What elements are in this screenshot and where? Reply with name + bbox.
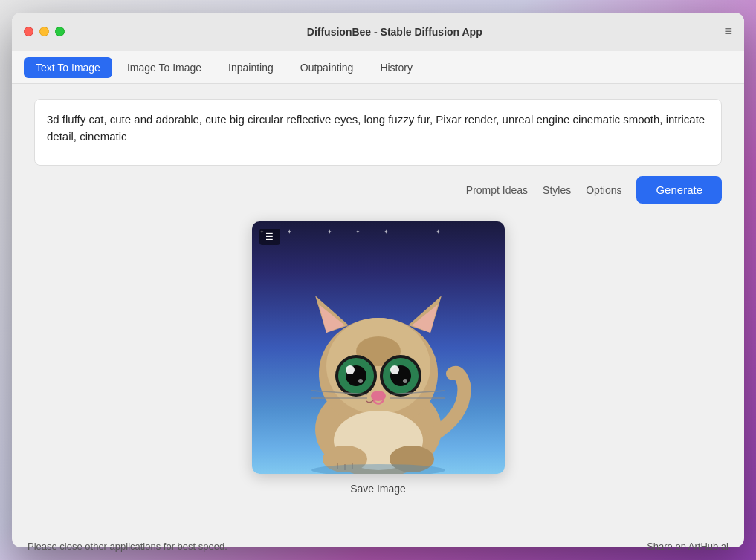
svg-point-17	[403, 379, 407, 383]
status-left-message: Please close other applications for best…	[28, 541, 227, 552]
minimize-button[interactable]	[39, 27, 49, 36]
tab-image-to-image[interactable]: Image To Image	[115, 57, 213, 78]
svg-point-15	[390, 365, 399, 374]
nav-tabs: Text To Image Image To Image Inpainting …	[12, 51, 744, 84]
app-window: DiffusionBee - Stable Diffusion App ≡ Te…	[12, 13, 744, 547]
options-link[interactable]: Options	[586, 184, 621, 196]
main-content: Prompt Ideas Styles Options Generate ☰	[12, 84, 744, 547]
tab-outpainting[interactable]: Outpainting	[288, 57, 366, 78]
tab-history[interactable]: History	[368, 57, 424, 78]
svg-point-18	[371, 391, 386, 401]
close-button[interactable]	[24, 27, 33, 36]
prompt-input[interactable]	[34, 99, 722, 166]
tab-text-to-image[interactable]: Text To Image	[24, 57, 112, 78]
prompt-ideas-link[interactable]: Prompt Ideas	[466, 184, 528, 196]
maximize-button[interactable]	[55, 27, 65, 36]
titlebar: DiffusionBee - Stable Diffusion App ≡	[12, 13, 744, 51]
generated-image-container: ☰	[252, 221, 505, 474]
generated-image	[252, 221, 505, 474]
save-image-label[interactable]: Save Image	[350, 483, 406, 495]
tab-inpainting[interactable]: Inpainting	[216, 57, 285, 78]
image-menu-button[interactable]: ☰	[259, 229, 280, 245]
svg-point-16	[358, 379, 363, 383]
share-link[interactable]: Share on ArtHub.ai	[647, 541, 728, 552]
svg-point-14	[346, 365, 355, 374]
status-bar: Please close other applications for best…	[13, 532, 743, 560]
app-title: DiffusionBee - Stable Diffusion App	[65, 26, 724, 38]
hamburger-menu-icon[interactable]: ≡	[724, 24, 732, 39]
styles-link[interactable]: Styles	[543, 184, 571, 196]
traffic-lights	[24, 27, 65, 36]
toolbar-row: Prompt Ideas Styles Options Generate	[34, 176, 722, 204]
cat-illustration	[267, 258, 490, 474]
generate-button[interactable]: Generate	[636, 176, 722, 204]
hamburger-icon: ☰	[265, 232, 274, 242]
